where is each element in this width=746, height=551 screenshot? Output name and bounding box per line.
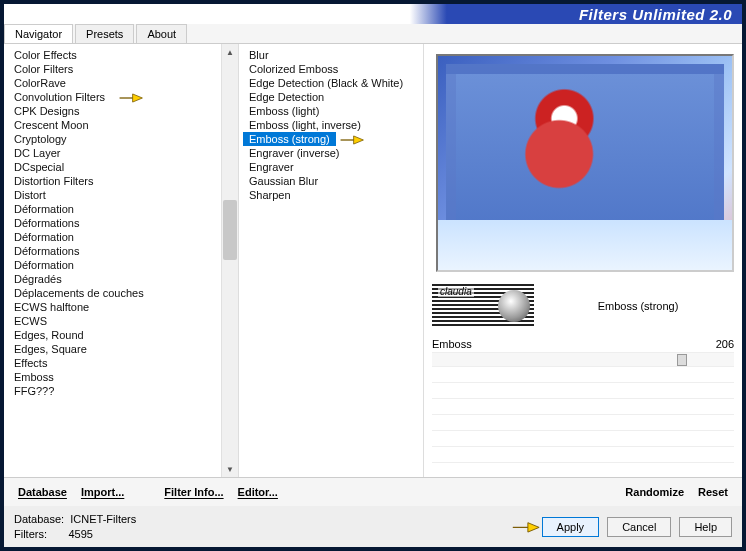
- category-item[interactable]: Dégradés: [8, 272, 219, 286]
- category-item[interactable]: ECWS: [8, 314, 219, 328]
- category-item[interactable]: Distort: [8, 188, 219, 202]
- filter-title: Emboss (strong): [542, 300, 734, 312]
- category-item[interactable]: Effects: [8, 356, 219, 370]
- left-pane: Color EffectsColor FiltersColorRaveConvo…: [4, 44, 239, 477]
- cancel-button[interactable]: Cancel: [607, 517, 671, 537]
- scroll-up-icon[interactable]: ▲: [222, 44, 238, 60]
- category-item[interactable]: Crescent Moon: [8, 118, 219, 132]
- category-list[interactable]: Color EffectsColor FiltersColorRaveConvo…: [4, 44, 221, 477]
- tabs: Navigator Presets About: [4, 24, 742, 44]
- category-item[interactable]: Déformations: [8, 244, 219, 258]
- category-item[interactable]: Déformations: [8, 216, 219, 230]
- filter-item[interactable]: Emboss (light, inverse): [243, 118, 421, 132]
- filter-item[interactable]: Engraver (inverse): [243, 146, 421, 160]
- category-item[interactable]: Déplacements de couches: [8, 286, 219, 300]
- filter-item[interactable]: Emboss (strong): [243, 132, 336, 146]
- category-item[interactable]: Emboss: [8, 370, 219, 384]
- preview-image: [436, 54, 734, 272]
- status-filters-value: 4595: [68, 528, 92, 540]
- pointer-hand-icon: [511, 518, 541, 538]
- filter-item[interactable]: Sharpen: [243, 188, 421, 202]
- category-item[interactable]: DC Layer: [8, 146, 219, 160]
- category-item[interactable]: Edges, Square: [8, 342, 219, 356]
- category-item[interactable]: Déformation: [8, 202, 219, 216]
- category-item[interactable]: Cryptology: [8, 132, 219, 146]
- scrollbar[interactable]: ▲ ▼: [221, 44, 238, 477]
- filter-item[interactable]: Emboss (light): [243, 104, 421, 118]
- database-button[interactable]: Database: [14, 486, 71, 498]
- slider-track[interactable]: [432, 353, 734, 367]
- category-item[interactable]: FFG???: [8, 384, 219, 398]
- filter-list[interactable]: BlurColorized EmbossEdge Detection (Blac…: [239, 44, 423, 477]
- status-db-value: ICNET-Filters: [70, 513, 136, 525]
- filter-item[interactable]: Edge Detection (Black & White): [243, 76, 421, 90]
- scroll-thumb[interactable]: [223, 200, 237, 260]
- mid-pane: BlurColorized EmbossEdge Detection (Blac…: [239, 44, 424, 477]
- slider-value: 206: [694, 338, 734, 350]
- category-item[interactable]: ColorRave: [8, 76, 219, 90]
- button-bar: Database Import... Filter Info... Editor…: [4, 477, 742, 506]
- category-item[interactable]: Convolution Filters: [8, 90, 219, 104]
- status-filters-label: Filters:: [14, 528, 47, 540]
- category-item[interactable]: Color Filters: [8, 62, 219, 76]
- reset-button[interactable]: Reset: [694, 486, 732, 498]
- import-button[interactable]: Import...: [77, 486, 128, 498]
- slider-thumb[interactable]: [677, 354, 687, 366]
- category-item[interactable]: Color Effects: [8, 48, 219, 62]
- randomize-button[interactable]: Randomize: [621, 486, 688, 498]
- status-db-label: Database:: [14, 513, 64, 525]
- category-item[interactable]: DCspecial: [8, 160, 219, 174]
- apply-button[interactable]: Apply: [542, 517, 600, 537]
- filter-item[interactable]: Gaussian Blur: [243, 174, 421, 188]
- right-pane: claudia Emboss (strong) Emboss 206: [424, 44, 742, 477]
- category-item[interactable]: Déformation: [8, 230, 219, 244]
- tab-navigator[interactable]: Navigator: [4, 24, 73, 43]
- title-bar: Filters Unlimited 2.0: [4, 4, 742, 24]
- filter-item[interactable]: Edge Detection: [243, 90, 421, 104]
- tab-presets[interactable]: Presets: [75, 24, 134, 43]
- category-item[interactable]: Edges, Round: [8, 328, 219, 342]
- category-item[interactable]: ECWS halftone: [8, 300, 219, 314]
- status-bar: Database: ICNET-Filters Filters: 4595 Ap…: [4, 506, 742, 547]
- help-button[interactable]: Help: [679, 517, 732, 537]
- tab-about[interactable]: About: [136, 24, 187, 43]
- slider-label: Emboss: [432, 338, 694, 350]
- filter-item[interactable]: Engraver: [243, 160, 421, 174]
- editor-button[interactable]: Editor...: [234, 486, 282, 498]
- category-item[interactable]: CPK Designs: [8, 104, 219, 118]
- category-item[interactable]: Distortion Filters: [8, 174, 219, 188]
- app-title: Filters Unlimited 2.0: [579, 6, 732, 23]
- filter-info-button[interactable]: Filter Info...: [160, 486, 227, 498]
- filter-item[interactable]: Blur: [243, 48, 421, 62]
- scroll-down-icon[interactable]: ▼: [222, 461, 238, 477]
- category-item[interactable]: Déformation: [8, 258, 219, 272]
- filter-item[interactable]: Colorized Emboss: [243, 62, 421, 76]
- author-logo: claudia: [432, 284, 534, 328]
